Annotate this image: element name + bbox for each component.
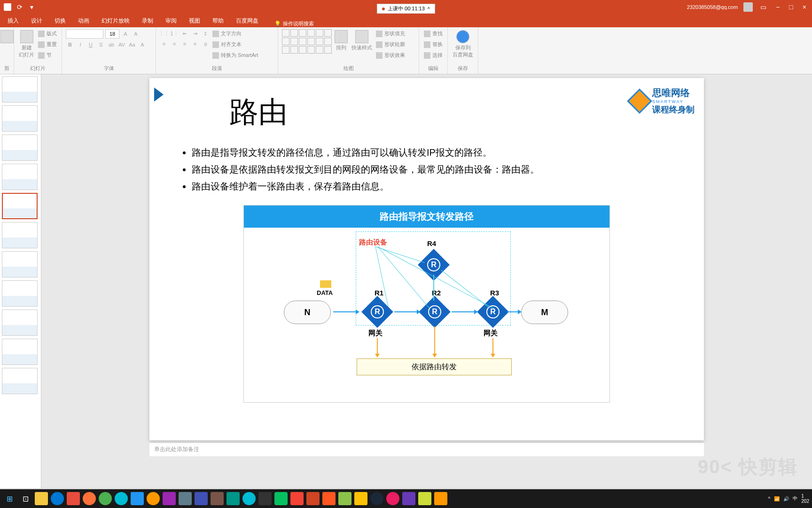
slide-thumb[interactable]	[2, 368, 38, 394]
recording-arrow[interactable]: ^	[428, 6, 430, 12]
indent-decrease-button[interactable]: ⇤	[180, 29, 189, 38]
tab-record[interactable]: 录制	[136, 15, 159, 27]
app-icon[interactable]	[131, 492, 144, 505]
slide-thumb[interactable]	[2, 76, 38, 103]
section-button[interactable]: 节	[37, 51, 58, 60]
edge-icon[interactable]	[51, 492, 64, 505]
shape-outline-button[interactable]: 形状轮廓	[375, 40, 406, 49]
app-icon[interactable]	[242, 492, 256, 505]
app-icon[interactable]	[195, 492, 208, 505]
app-icon[interactable]	[67, 492, 80, 505]
task-view-button[interactable]: ⊡	[19, 492, 32, 505]
app-icon[interactable]	[211, 492, 224, 505]
slide-thumb[interactable]	[2, 339, 38, 365]
slide-thumb[interactable]	[2, 135, 38, 161]
slide-title[interactable]: 路由	[229, 92, 288, 132]
save-baidu-button[interactable]: 保存到 百度网盘	[452, 29, 474, 59]
bold-button[interactable]: B	[66, 40, 74, 49]
find-button[interactable]: 查找	[423, 29, 444, 38]
tab-slideshow[interactable]: 幻灯片放映	[96, 15, 135, 27]
case-button[interactable]: Aa	[128, 40, 136, 49]
smartart-button[interactable]: 转换为 SmartArt	[211, 51, 259, 60]
ribbon-display-icon[interactable]: ▭	[758, 3, 768, 11]
file-explorer-icon[interactable]	[35, 492, 48, 505]
quick-styles-button[interactable]: 快速样式	[351, 29, 373, 52]
notes-input[interactable]: 单击此处添加备注	[149, 442, 704, 456]
app-icon[interactable]	[99, 492, 112, 505]
select-button[interactable]: 选择	[423, 51, 444, 60]
app-icon[interactable]	[418, 492, 431, 505]
app-icon[interactable]	[115, 492, 128, 505]
app-icon[interactable]	[402, 492, 415, 505]
minimize-button[interactable]: −	[774, 3, 781, 11]
autosave-toggle[interactable]: ⟳	[15, 3, 24, 11]
text-direction-button[interactable]: 文字方向	[211, 29, 259, 38]
slide-bullets[interactable]: 路由是指导报文转发的路径信息，通过路由可以确认转发IP报文的路径。 路由设备是依…	[178, 144, 648, 195]
slide-canvas[interactable]: 路由 思唯网络 SMARTWAY 课程终身制 路由是指导报文转发的路径信息，通过…	[149, 78, 704, 440]
shape-effects-button[interactable]: 形状效果	[375, 51, 406, 60]
steam-icon[interactable]	[370, 492, 383, 505]
align-text-button[interactable]: 对齐文本	[211, 40, 259, 49]
bullets-button[interactable]: ⋮⋮	[160, 29, 168, 38]
arrange-button[interactable]: 排列	[334, 29, 349, 52]
line-spacing-button[interactable]: ‡	[201, 29, 210, 38]
maximize-button[interactable]: □	[787, 3, 795, 11]
slide-thumb[interactable]	[2, 280, 38, 307]
ime-icon[interactable]: 中	[793, 495, 797, 502]
slide-thumb[interactable]	[2, 222, 38, 248]
wechat-icon[interactable]	[274, 492, 288, 505]
italic-button[interactable]: I	[76, 40, 85, 49]
tab-animations[interactable]: 动画	[72, 15, 95, 27]
decrease-font-button[interactable]: A	[132, 30, 140, 38]
slide-thumb-current[interactable]	[2, 193, 38, 219]
tab-transitions[interactable]: 切换	[49, 15, 71, 27]
undo-dropdown[interactable]: ▾	[28, 3, 35, 11]
new-slide-button[interactable]: 新建 幻灯片	[18, 29, 35, 59]
shadow-button[interactable]: ab	[107, 40, 116, 49]
system-tray[interactable]: ^ 📶 🔊 中 1202	[768, 493, 809, 504]
tab-view[interactable]: 视图	[183, 15, 206, 27]
app-icon[interactable]	[147, 492, 160, 505]
diagram[interactable]: 路由指导报文转发路径 路由设备 R4 R1 R2 R3 DATA R R R	[243, 205, 610, 403]
paste-button[interactable]	[4, 29, 10, 44]
app-icon[interactable]	[386, 492, 399, 505]
app-icon[interactable]	[290, 492, 304, 505]
app-icon[interactable]	[258, 492, 272, 505]
slide-thumb[interactable]	[2, 310, 38, 336]
app-icon[interactable]	[434, 492, 447, 505]
app-icon[interactable]	[322, 492, 336, 505]
align-center-button[interactable]: ≡	[170, 40, 179, 48]
avatar[interactable]	[743, 2, 753, 12]
tray-icon[interactable]: ^	[768, 496, 771, 501]
font-family-select[interactable]	[66, 29, 103, 39]
start-button[interactable]: ⊞	[3, 492, 16, 505]
tab-insert[interactable]: 插入	[2, 15, 24, 27]
spacing-button[interactable]: AV	[117, 40, 126, 49]
columns-button[interactable]: ⫼	[201, 40, 210, 48]
app-icon[interactable]	[163, 492, 176, 505]
clock[interactable]: 1202	[801, 493, 809, 504]
indent-increase-button[interactable]: ⇥	[191, 29, 199, 38]
strikethrough-button[interactable]: S	[97, 40, 105, 49]
app-icon[interactable]	[179, 492, 192, 505]
align-left-button[interactable]: ≡	[160, 40, 168, 48]
shape-fill-button[interactable]: 形状填充	[375, 29, 406, 38]
recording-indicator[interactable]: 上课中 00:11:13 ^	[377, 4, 435, 14]
font-color-button[interactable]: A	[138, 40, 147, 49]
justify-button[interactable]: ≡	[191, 40, 199, 48]
tab-review[interactable]: 审阅	[160, 15, 182, 27]
slide-thumb[interactable]	[2, 251, 38, 278]
app-icon[interactable]	[338, 492, 351, 505]
tab-design[interactable]: 设计	[25, 15, 48, 27]
replace-button[interactable]: 替换	[423, 40, 444, 49]
underline-button[interactable]: U	[86, 40, 95, 49]
align-right-button[interactable]: ≡	[180, 40, 189, 48]
numbering-button[interactable]: 1⋮	[170, 29, 179, 38]
font-size-input[interactable]	[105, 29, 119, 39]
layout-button[interactable]: 版式	[37, 29, 58, 38]
firefox-icon[interactable]	[83, 492, 96, 505]
tab-baidu[interactable]: 百度网盘	[230, 15, 264, 27]
app-icon[interactable]	[354, 492, 367, 505]
slide-thumb[interactable]	[2, 164, 38, 190]
tab-help[interactable]: 帮助	[207, 15, 229, 27]
